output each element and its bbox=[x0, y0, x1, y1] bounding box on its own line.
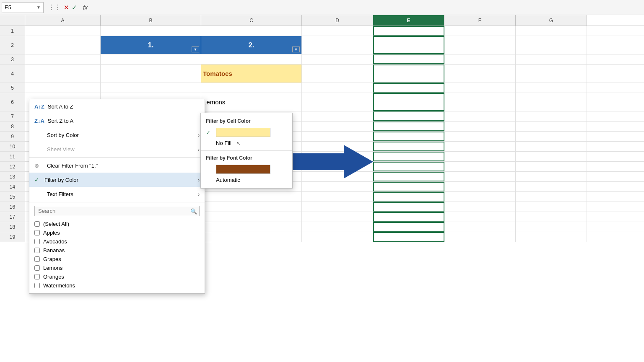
menu-item-sheet-view[interactable]: Sheet View › bbox=[29, 142, 205, 156]
checkbox-oranges[interactable] bbox=[34, 274, 40, 279]
cell-e1[interactable] bbox=[373, 26, 444, 36]
cell-f6[interactable] bbox=[444, 93, 516, 111]
cell-e6[interactable] bbox=[373, 93, 444, 111]
menu-item-text-filters[interactable]: Text Filters › bbox=[29, 187, 205, 201]
cell-b5[interactable] bbox=[101, 83, 201, 93]
row-num-4: 4 bbox=[0, 65, 25, 83]
cell-e5[interactable] bbox=[373, 83, 444, 93]
cell-g3[interactable] bbox=[516, 54, 587, 64]
filter-dropdown-menu[interactable]: A↑Z Sort A to Z Z↓A Sort Z to A Sort by … bbox=[29, 99, 205, 294]
menu-item-sort-color[interactable]: Sort by Color › bbox=[29, 128, 205, 142]
cell-g2[interactable] bbox=[516, 36, 587, 54]
font-color-swatch-brown[interactable] bbox=[216, 165, 270, 174]
row-num-1: 1 bbox=[0, 26, 25, 36]
font-color-check: ✓ bbox=[206, 166, 213, 173]
cell-color-yellow-row[interactable]: ✓ bbox=[201, 127, 292, 138]
checkbox-lemons[interactable] bbox=[34, 265, 40, 271]
cell-d2[interactable] bbox=[302, 36, 373, 54]
cell-c4[interactable]: Tomatoes bbox=[201, 65, 302, 83]
label-bananas: Bananas bbox=[43, 247, 65, 253]
cell-c2[interactable]: 2. ▼ bbox=[201, 36, 302, 54]
automatic-row[interactable]: Automatic bbox=[201, 175, 292, 185]
cell-e4[interactable] bbox=[373, 65, 444, 83]
list-item[interactable]: Oranges bbox=[34, 272, 200, 281]
menu-item-clear-filter[interactable]: ⊗ Clear Filter From "1." bbox=[29, 158, 205, 173]
cell-a2[interactable] bbox=[25, 36, 101, 54]
formula-dots-icon[interactable]: ⋮⋮ bbox=[48, 3, 61, 11]
cell-f3[interactable] bbox=[444, 54, 516, 64]
cell-a4[interactable] bbox=[25, 65, 101, 83]
cell-f4[interactable] bbox=[444, 65, 516, 83]
cell-f1[interactable] bbox=[444, 26, 516, 36]
cancel-icon[interactable]: ✕ bbox=[64, 4, 69, 11]
no-fill-row[interactable]: No Fill ↖ bbox=[201, 138, 292, 148]
cell-c3[interactable] bbox=[201, 54, 302, 64]
cell-a3[interactable] bbox=[25, 54, 101, 64]
filter-color-submenu[interactable]: Filter by Cell Color ✓ No Fill ↖ Filter … bbox=[200, 113, 293, 189]
cell-b1[interactable] bbox=[101, 26, 201, 36]
cell-a1[interactable] bbox=[25, 26, 101, 36]
cell-c5[interactable] bbox=[201, 83, 302, 93]
menu-item-sort-az[interactable]: A↑Z Sort A to Z bbox=[29, 99, 205, 114]
cell-reference-box[interactable]: E5 ▼ bbox=[2, 2, 44, 13]
col-header-g[interactable]: G bbox=[516, 15, 587, 26]
list-item[interactable]: (Select All) bbox=[34, 220, 200, 228]
menu-item-sort-za[interactable]: Z↓A Sort Z to A bbox=[29, 114, 205, 128]
cell-f5[interactable] bbox=[444, 83, 516, 93]
menu-item-filter-color[interactable]: ✓ Filter by Color › bbox=[29, 173, 205, 187]
confirm-icon[interactable]: ✓ bbox=[72, 4, 77, 11]
cell-d5[interactable] bbox=[302, 83, 373, 93]
col-header-b[interactable]: B bbox=[101, 15, 201, 26]
no-fill-label: No Fill bbox=[216, 140, 231, 146]
cell-b2[interactable]: 1. ▼ bbox=[101, 36, 201, 54]
cell-g6[interactable] bbox=[516, 93, 587, 111]
cell-b3[interactable] bbox=[101, 54, 201, 64]
clear-filter-label: Clear Filter From "1." bbox=[47, 163, 98, 169]
cell-d6[interactable] bbox=[302, 93, 373, 111]
search-input[interactable] bbox=[34, 206, 200, 216]
formula-bar: E5 ▼ ⋮⋮ ✕ ✓ fx bbox=[0, 0, 644, 15]
cell-c6[interactable]: Lemons bbox=[201, 93, 302, 111]
checkbox-bananas[interactable] bbox=[34, 248, 40, 253]
font-color-brown-row[interactable]: ✓ bbox=[201, 163, 292, 175]
list-item[interactable]: Apples bbox=[34, 228, 200, 237]
sheet-view-arrow: › bbox=[198, 146, 200, 153]
list-item[interactable]: Grapes bbox=[34, 255, 200, 264]
cell-e3[interactable] bbox=[373, 54, 444, 64]
col-header-f[interactable]: F bbox=[444, 15, 516, 26]
checkbox-avocados[interactable] bbox=[34, 239, 40, 244]
cell-color-swatch-yellow[interactable] bbox=[216, 128, 270, 137]
checkbox-watermelons[interactable] bbox=[34, 283, 40, 288]
checkbox-grapes[interactable] bbox=[34, 256, 40, 262]
cell-ref-dropdown[interactable]: ▼ bbox=[36, 5, 41, 10]
col-header-a[interactable]: A bbox=[25, 15, 101, 26]
list-item[interactable]: Watermelons bbox=[34, 281, 200, 290]
cell-g1[interactable] bbox=[516, 26, 587, 36]
cursor-indicator: ↖ bbox=[236, 140, 241, 146]
cell-g5[interactable] bbox=[516, 83, 587, 93]
text-filters-label: Text Filters bbox=[47, 191, 73, 197]
cell-c1[interactable] bbox=[201, 26, 302, 36]
svg-marker-0 bbox=[289, 145, 373, 178]
col-header-c[interactable]: C bbox=[201, 15, 302, 26]
list-item[interactable]: Lemons bbox=[34, 264, 200, 272]
cell-f2[interactable] bbox=[444, 36, 516, 54]
sort-color-arrow: › bbox=[198, 132, 200, 138]
checkbox-apples[interactable] bbox=[34, 230, 40, 235]
formula-input[interactable] bbox=[89, 2, 642, 13]
cell-g4[interactable] bbox=[516, 65, 587, 83]
list-item[interactable]: Avocados bbox=[34, 237, 200, 246]
automatic-label: Automatic bbox=[216, 177, 240, 183]
cell-d1[interactable] bbox=[302, 26, 373, 36]
checkbox-select-all[interactable] bbox=[34, 221, 40, 227]
cell-d3[interactable] bbox=[302, 54, 373, 64]
list-item[interactable]: Bananas bbox=[34, 246, 200, 255]
filter-button-col2[interactable]: ▼ bbox=[292, 47, 300, 52]
cell-d4[interactable] bbox=[302, 65, 373, 83]
col-header-d[interactable]: D bbox=[302, 15, 373, 26]
filter-button-col1[interactable]: ▼ bbox=[192, 47, 199, 52]
cell-e2[interactable] bbox=[373, 36, 444, 54]
cell-a5[interactable] bbox=[25, 83, 101, 93]
cell-b4[interactable] bbox=[101, 65, 201, 83]
col-header-e[interactable]: E bbox=[373, 15, 444, 26]
